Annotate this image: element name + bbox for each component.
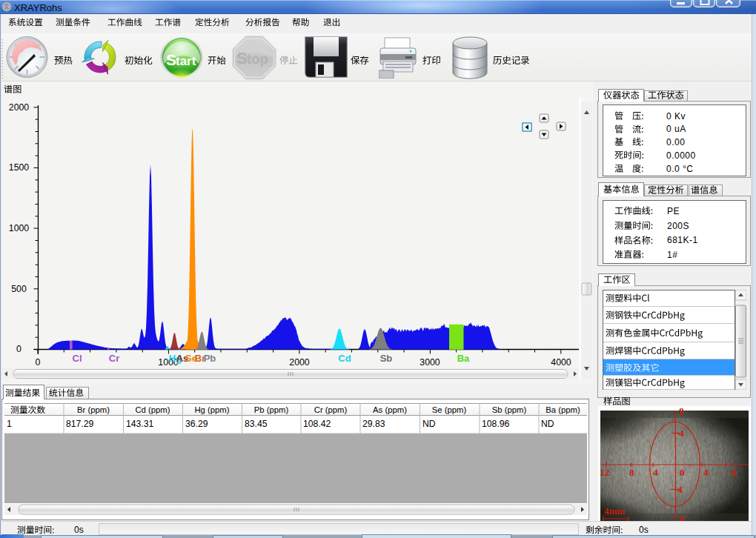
svg-text:8: 8 — [732, 467, 737, 478]
svg-text:4: 4 — [679, 428, 684, 439]
svg-text:4mm: 4mm — [604, 505, 625, 517]
svg-text:0: 0 — [680, 467, 685, 478]
svg-text:8: 8 — [629, 467, 634, 478]
svg-text:4: 4 — [677, 484, 683, 495]
svg-text:4: 4 — [653, 467, 658, 478]
svg-text:8: 8 — [679, 406, 684, 416]
svg-text:12: 12 — [600, 467, 610, 478]
svg-text:4: 4 — [703, 467, 709, 478]
